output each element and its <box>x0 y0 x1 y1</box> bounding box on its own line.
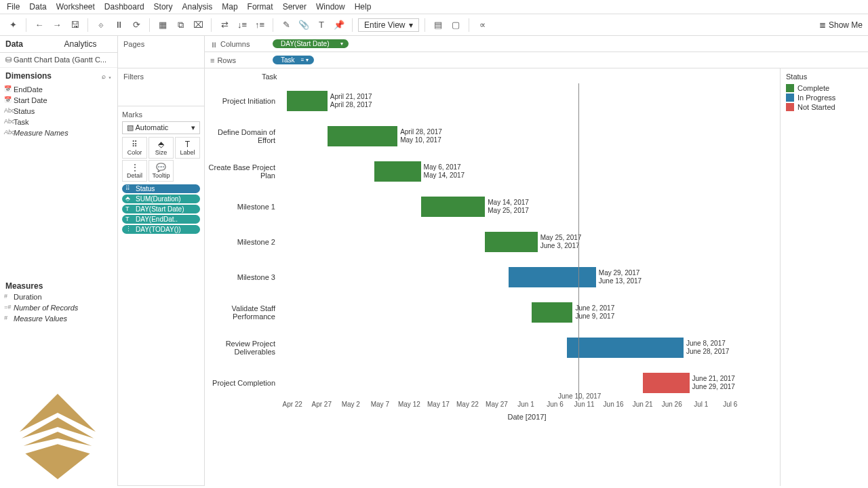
gantt-row: Review Project DeliverablesJune 8, 2017J… <box>205 330 773 365</box>
tab-data[interactable]: Data <box>0 36 59 52</box>
sort-asc-icon[interactable]: ↓≡ <box>235 18 250 33</box>
gantt-bar[interactable] <box>509 267 596 287</box>
mark-pill-dayenddat[interactable]: TDAY(EndDat.. <box>122 215 200 224</box>
group-icon[interactable]: 📎 <box>296 18 311 33</box>
swap-icon[interactable]: ⇄ <box>217 18 232 33</box>
marks-color[interactable]: ⠿Color <box>122 137 147 159</box>
x-tick: Jun 16 <box>604 401 624 408</box>
mark-pill-status[interactable]: ⠿Status <box>122 184 200 193</box>
columns-pill[interactable]: DAY(Start Date)▾ <box>273 39 349 48</box>
field-number-of-records[interactable]: =#Number of Records <box>0 302 118 313</box>
sort-desc-icon[interactable]: ↑≡ <box>252 18 267 33</box>
marks-tooltip-icon: 💬 <box>149 163 173 172</box>
share-icon[interactable]: ∝ <box>475 18 490 33</box>
legend-item-in-progress[interactable]: In Progress <box>786 93 863 102</box>
menu-help[interactable]: Help <box>355 2 372 12</box>
field-measure-names[interactable]: AbcMeasure Names <box>0 127 117 138</box>
menu-analysis[interactable]: Analysis <box>182 2 213 12</box>
field-type-icon: Abc <box>4 118 15 125</box>
legend-item-not-started[interactable]: Not Started <box>786 102 863 112</box>
menu-file[interactable]: File <box>7 2 20 12</box>
pages-shelf[interactable]: Pages <box>123 40 199 48</box>
dimensions-list: 📅EndDate📅Start DateAbcStatusAbcTaskAbcMe… <box>0 83 117 140</box>
legend-swatch <box>786 103 794 111</box>
pin-icon[interactable]: 📌 <box>332 18 347 33</box>
rows-icon: ≡ <box>210 56 214 64</box>
pause-icon[interactable]: ⏸ <box>111 18 126 33</box>
refresh-icon[interactable]: ⟳ <box>129 18 144 33</box>
marks-label[interactable]: TLabel <box>175 137 200 159</box>
menu-server[interactable]: Server <box>283 2 307 12</box>
gantt-bar[interactable] <box>374 161 421 182</box>
field-enddate[interactable]: 📅EndDate <box>0 84 117 95</box>
mark-pill-sumduration[interactable]: ⬘SUM(Duration) <box>122 195 200 203</box>
menu-format[interactable]: Format <box>248 2 273 12</box>
x-tick: Apr 22 <box>282 401 302 408</box>
gantt-row: Validate Staff PerformanceJune 2, 2017Ju… <box>205 295 773 330</box>
field-type-icon: =# <box>4 304 11 310</box>
filters-shelf[interactable]: Filters <box>123 73 199 81</box>
marks-tooltip[interactable]: 💬Tooltip <box>149 160 174 182</box>
x-tick: Jul 1 <box>694 401 708 408</box>
x-tick: Jun 11 <box>574 401 595 408</box>
data-source[interactable]: ⛁ Gantt Chart Data (Gantt C... <box>0 53 117 68</box>
duplicate-icon[interactable]: ⧉ <box>173 18 188 33</box>
back-icon[interactable]: ← <box>32 18 47 33</box>
gantt-bar[interactable] <box>287 91 328 111</box>
menu-dashboard[interactable]: Dashboard <box>104 2 144 12</box>
presentation-icon[interactable]: ▢ <box>448 18 463 33</box>
reference-line <box>578 83 579 401</box>
show-me-button[interactable]: ≣ Show Me <box>819 20 863 30</box>
field-task[interactable]: AbcTask <box>0 117 117 127</box>
new-sheet-icon[interactable]: ▦ <box>155 18 170 33</box>
highlight-icon[interactable]: ✎ <box>279 18 294 33</box>
mark-pill-daytoday[interactable]: ⋮DAY(TODAY()) <box>122 225 200 234</box>
label-icon[interactable]: T <box>314 18 329 33</box>
menubar: FileDataWorksheetDashboardStoryAnalysisM… <box>0 0 868 14</box>
show-me-icon: ≣ <box>819 20 826 30</box>
menu-story[interactable]: Story <box>154 2 173 12</box>
gantt-bar[interactable] <box>421 197 486 217</box>
show-cards-icon[interactable]: ▤ <box>431 18 446 33</box>
legend-item-complete[interactable]: Complete <box>786 83 863 93</box>
search-icon[interactable]: ⌕ ▾ <box>102 73 112 80</box>
clear-icon[interactable]: ⌧ <box>191 18 205 33</box>
marks-detail-icon: ⋮ <box>123 163 146 172</box>
gantt-bar[interactable] <box>567 338 684 358</box>
menu-worksheet[interactable]: Worksheet <box>56 2 95 12</box>
field-start-date[interactable]: 📅Start Date <box>0 95 117 106</box>
menu-map[interactable]: Map <box>222 2 237 12</box>
fit-dropdown[interactable]: Entire View ▾ <box>358 18 419 32</box>
chart-area[interactable]: Task Project InitiationApril 21, 2017Apr… <box>205 68 780 486</box>
save-icon[interactable]: 🖫 <box>67 18 82 33</box>
field-measure-values[interactable]: #Measure Values <box>0 313 118 324</box>
gantt-bar[interactable] <box>328 126 397 146</box>
pill-icon: ⠿ <box>125 185 130 192</box>
columns-shelf[interactable]: ⫼Columns DAY(Start Date)▾ <box>205 36 868 52</box>
bar-date-label: June 8, 2017June 28, 2017 <box>686 340 729 356</box>
source-label: Gantt Chart Data (Gantt C... <box>14 56 106 64</box>
bar-date-label: May 25, 2017June 3, 2017 <box>540 234 582 250</box>
rows-shelf[interactable]: ≡Rows Task≡ ▾ <box>205 52 868 68</box>
mark-pill-daystartdate[interactable]: TDAY(Start Date) <box>122 205 200 214</box>
menu-data[interactable]: Data <box>29 2 46 12</box>
x-tick: May 22 <box>456 401 479 408</box>
field-duration[interactable]: #Duration <box>0 291 118 302</box>
field-type-icon: 📅 <box>4 96 12 103</box>
rows-pill[interactable]: Task≡ ▾ <box>273 56 314 64</box>
gantt-bar[interactable] <box>485 232 537 252</box>
field-status[interactable]: AbcStatus <box>0 106 117 117</box>
marks-type-dropdown[interactable]: ▧ Automatic ▾ <box>122 121 200 134</box>
marks-size[interactable]: ⬘Size <box>149 137 174 159</box>
fit-label: Entire View <box>364 20 405 30</box>
new-data-icon[interactable]: ⟐ <box>94 18 108 33</box>
tableau-logo-icon[interactable]: ✦ <box>5 18 20 33</box>
bar-date-label: May 6, 2017May 14, 2017 <box>424 163 465 180</box>
tab-analytics[interactable]: Analytics <box>59 36 118 52</box>
marks-detail[interactable]: ⋮Detail <box>122 160 147 182</box>
bar-date-label: April 21, 2017April 28, 2017 <box>330 93 372 109</box>
gantt-bar[interactable] <box>643 373 690 393</box>
forward-icon[interactable]: → <box>50 18 64 33</box>
gantt-bar[interactable] <box>532 302 572 323</box>
menu-window[interactable]: Window <box>316 2 345 12</box>
